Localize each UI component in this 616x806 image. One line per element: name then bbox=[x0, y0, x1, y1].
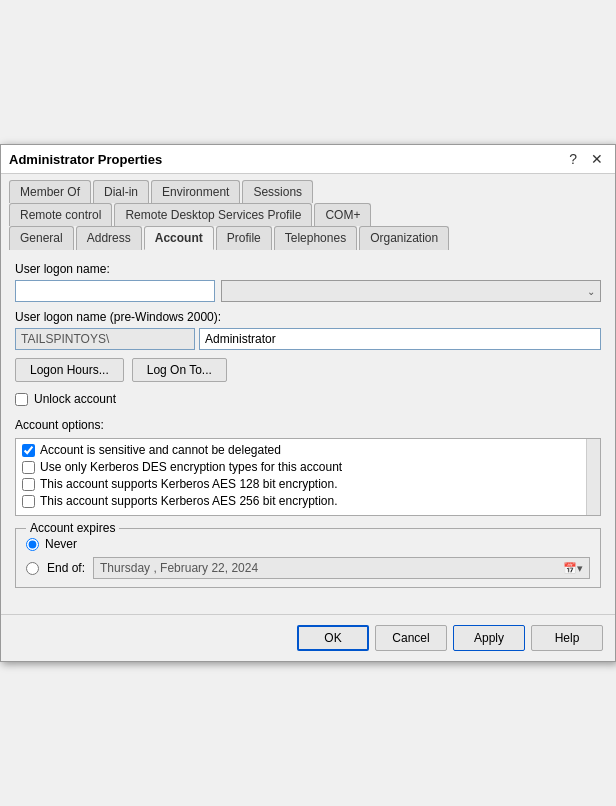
user-logon-label: User logon name: bbox=[15, 262, 601, 276]
unlock-account-checkbox[interactable] bbox=[15, 393, 28, 406]
dialog-title: Administrator Properties bbox=[9, 152, 162, 167]
close-button[interactable]: ✕ bbox=[587, 151, 607, 167]
apply-button[interactable]: Apply bbox=[453, 625, 525, 651]
date-value: Thursday , February 22, 2024 bbox=[100, 561, 258, 575]
dialog-footer: OK Cancel Apply Help bbox=[1, 614, 615, 661]
help-icon-button[interactable]: ? bbox=[565, 151, 581, 167]
tab-sessions[interactable]: Sessions bbox=[242, 180, 313, 203]
never-label: Never bbox=[45, 537, 77, 551]
account-expires-group: Account expires Never End of: Thursday ,… bbox=[15, 528, 601, 588]
account-expires-legend: Account expires bbox=[26, 521, 119, 535]
pre2000-label: User logon name (pre-Windows 2000): bbox=[15, 310, 601, 324]
tab-profile[interactable]: Profile bbox=[216, 226, 272, 250]
endof-radio[interactable] bbox=[26, 562, 39, 575]
pre2000-prefix-input[interactable] bbox=[15, 328, 195, 350]
cancel-button[interactable]: Cancel bbox=[375, 625, 447, 651]
option-label-3: This account supports Kerberos AES 256 b… bbox=[40, 494, 338, 508]
tab-row-2: Remote control Remote Desktop Services P… bbox=[9, 203, 607, 226]
option-row-0: Account is sensitive and cannot be deleg… bbox=[22, 443, 594, 457]
tab-environment[interactable]: Environment bbox=[151, 180, 240, 203]
date-picker-input[interactable]: Thursday , February 22, 2024 📅▾ bbox=[93, 557, 590, 579]
tabs-area: Member Of Dial-in Environment Sessions R… bbox=[1, 174, 615, 250]
log-on-to-button[interactable]: Log On To... bbox=[132, 358, 227, 382]
pre2000-name-input[interactable] bbox=[199, 328, 601, 350]
unlock-account-row: Unlock account bbox=[15, 392, 601, 406]
endof-label: End of: bbox=[47, 561, 85, 575]
tab-general[interactable]: General bbox=[9, 226, 74, 250]
logon-hours-button[interactable]: Logon Hours... bbox=[15, 358, 124, 382]
tab-organization[interactable]: Organization bbox=[359, 226, 449, 250]
option-label-2: This account supports Kerberos AES 128 b… bbox=[40, 477, 338, 491]
dialog-window: Administrator Properties ? ✕ Member Of D… bbox=[0, 144, 616, 662]
tab-row-1: Member Of Dial-in Environment Sessions bbox=[9, 180, 607, 203]
user-logon-name-input[interactable] bbox=[15, 280, 215, 302]
tab-telephones[interactable]: Telephones bbox=[274, 226, 357, 250]
account-options-box: Account is sensitive and cannot be deleg… bbox=[15, 438, 601, 516]
user-logon-row: ⌄ bbox=[15, 280, 601, 302]
option-label-0: Account is sensitive and cannot be deleg… bbox=[40, 443, 281, 457]
scrollbar[interactable] bbox=[586, 439, 600, 515]
option-label-1: Use only Kerberos DES encryption types f… bbox=[40, 460, 342, 474]
ok-button[interactable]: OK bbox=[297, 625, 369, 651]
tab-address[interactable]: Address bbox=[76, 226, 142, 250]
tab-remote-control[interactable]: Remote control bbox=[9, 203, 112, 226]
option-row-2: This account supports Kerberos AES 128 b… bbox=[22, 477, 594, 491]
title-controls: ? ✕ bbox=[565, 151, 607, 167]
tab-dial-in[interactable]: Dial-in bbox=[93, 180, 149, 203]
tab-member-of[interactable]: Member Of bbox=[9, 180, 91, 203]
never-radio-row: Never bbox=[26, 537, 590, 551]
never-radio[interactable] bbox=[26, 538, 39, 551]
option-row-3: This account supports Kerberos AES 256 b… bbox=[22, 494, 594, 508]
tab-content-account: User logon name: ⌄ User logon name (pre-… bbox=[1, 250, 615, 614]
tab-row-3: General Address Account Profile Telephon… bbox=[9, 226, 607, 250]
endof-row: End of: Thursday , February 22, 2024 📅▾ bbox=[26, 557, 590, 579]
help-button[interactable]: Help bbox=[531, 625, 603, 651]
option-checkbox-3[interactable] bbox=[22, 495, 35, 508]
logon-buttons-row: Logon Hours... Log On To... bbox=[15, 358, 601, 382]
calendar-icon: 📅▾ bbox=[563, 562, 583, 575]
option-row-1: Use only Kerberos DES encryption types f… bbox=[22, 460, 594, 474]
pre2000-row bbox=[15, 328, 601, 350]
tab-com-plus[interactable]: COM+ bbox=[314, 203, 371, 226]
account-options-label: Account options: bbox=[15, 418, 601, 432]
dropdown-arrow-icon: ⌄ bbox=[587, 286, 595, 297]
domain-dropdown[interactable]: ⌄ bbox=[221, 280, 601, 302]
title-bar: Administrator Properties ? ✕ bbox=[1, 145, 615, 174]
tab-rdp-profile[interactable]: Remote Desktop Services Profile bbox=[114, 203, 312, 226]
option-checkbox-2[interactable] bbox=[22, 478, 35, 491]
option-checkbox-0[interactable] bbox=[22, 444, 35, 457]
unlock-account-label: Unlock account bbox=[34, 392, 116, 406]
tab-account[interactable]: Account bbox=[144, 226, 214, 250]
option-checkbox-1[interactable] bbox=[22, 461, 35, 474]
